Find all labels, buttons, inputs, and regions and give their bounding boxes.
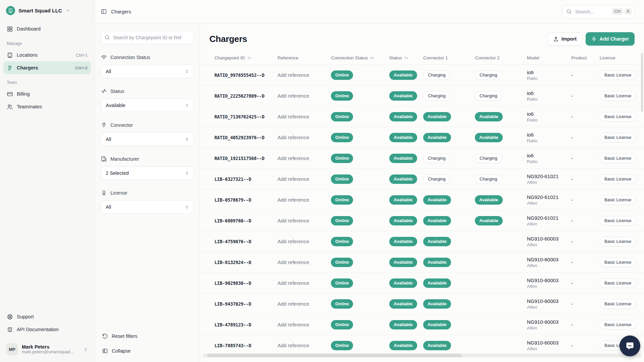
- status-badge: Available: [389, 195, 417, 205]
- table-row[interactable]: RATIO_4052923976--D Add reference Online…: [200, 127, 644, 148]
- global-search[interactable]: Ctrl K: [562, 5, 635, 18]
- table-row[interactable]: LIB-9029830--D Add reference Online Avai…: [200, 272, 644, 293]
- global-search-input[interactable]: [562, 5, 635, 18]
- product-cell: -: [571, 322, 600, 327]
- reset-filters-button[interactable]: Reset filters: [101, 330, 195, 343]
- table-row[interactable]: RATIO_1921517568--D Add reference Online…: [200, 148, 644, 168]
- table-row[interactable]: LIB-4789123--D Add reference Online Avai…: [200, 314, 644, 335]
- table-row[interactable]: RATIO_7136762425--D Add reference Online…: [200, 106, 644, 127]
- connector2-cell: Charging: [475, 174, 527, 184]
- table-row[interactable]: LIB-6809760--D Add reference Online Avai…: [200, 210, 644, 231]
- add-reference-link[interactable]: Add reference: [278, 135, 309, 140]
- connector2-cell: Available: [475, 112, 527, 121]
- breadcrumb: Chargers: [101, 8, 131, 15]
- award-icon: [101, 190, 107, 196]
- add-reference-link[interactable]: Add reference: [278, 218, 309, 223]
- book-open-icon: [7, 326, 13, 333]
- col-status[interactable]: Status: [389, 55, 423, 60]
- status-cell: Available: [389, 133, 423, 142]
- model-manufacturer: Ratio: [527, 117, 571, 122]
- add-reference-link[interactable]: Add reference: [278, 259, 309, 265]
- product-cell: -: [571, 343, 600, 348]
- chargepoint-id: LIB-8132924--D: [214, 260, 278, 265]
- filter-search[interactable]: [101, 31, 194, 44]
- table-row[interactable]: LIB-4759076--D Add reference Online Avai…: [200, 231, 644, 252]
- license-cell: Basic License: [600, 112, 644, 121]
- connection-status-badge: Online: [331, 154, 353, 163]
- add-reference-link[interactable]: Add reference: [278, 114, 309, 119]
- collapse-panel-button[interactable]: Collapse: [101, 345, 195, 357]
- panel-left-icon[interactable]: [101, 8, 107, 15]
- org-switcher[interactable]: Smart Squad LLC: [3, 3, 91, 18]
- add-reference-link[interactable]: Add reference: [278, 197, 309, 203]
- chargepoint-id: RATIO_9976555452--D: [214, 72, 278, 78]
- sidebar-item-chargers[interactable]: Chargers Ctrl+2: [3, 61, 91, 74]
- chargepoint-id: LIB-9029830--D: [214, 280, 278, 286]
- connector1-badge: Available: [423, 237, 451, 246]
- filter-group-license: License All: [101, 190, 194, 214]
- sidebar-item-teammates[interactable]: Teammates: [3, 100, 91, 113]
- connector1-cell: Charging: [423, 70, 475, 80]
- add-reference-link[interactable]: Add reference: [278, 301, 309, 307]
- sidebar-item-api-documentation[interactable]: API Documentation: [3, 323, 91, 336]
- sidebar-item-dashboard[interactable]: Dashboard: [3, 22, 91, 35]
- col-product: Product: [571, 55, 600, 60]
- model-name: NG910-60003: [527, 340, 571, 346]
- chargers-table: Chargepoint ID Reference Connection Stat…: [200, 51, 644, 362]
- connection-status-select[interactable]: All: [101, 65, 194, 78]
- filter-panel: Connection Status All Status: [95, 23, 200, 362]
- table-row[interactable]: LIB-7885743--D Add reference Online Avai…: [200, 335, 644, 356]
- panel-left-close-icon: [102, 348, 108, 354]
- status-select[interactable]: Available: [101, 99, 194, 112]
- chat-widget-button[interactable]: [620, 335, 640, 356]
- table-row[interactable]: LIB-6327321--D Add reference Online Avai…: [200, 168, 644, 189]
- add-charger-button[interactable]: Add Charger: [586, 32, 635, 46]
- add-reference-link[interactable]: Add reference: [278, 176, 309, 182]
- sidebar-item-support[interactable]: Support: [3, 310, 91, 323]
- col-chargepoint-id[interactable]: Chargepoint ID: [214, 55, 278, 60]
- connection-status-cell: Online: [331, 174, 389, 184]
- status-badge: Available: [389, 216, 417, 225]
- add-reference-link[interactable]: Add reference: [278, 343, 309, 348]
- add-reference-link[interactable]: Add reference: [278, 155, 309, 161]
- table-row[interactable]: LIB-0578679--D Add reference Online Avai…: [200, 189, 644, 210]
- status-badge: Available: [389, 341, 417, 350]
- add-reference-link[interactable]: Add reference: [278, 72, 309, 78]
- connector1-badge: Available: [423, 258, 451, 267]
- manufacturer-select[interactable]: 2 Selected: [101, 166, 194, 180]
- license-cell: Basic License: [600, 320, 644, 329]
- table-row[interactable]: RATIO_2225627809--D Add reference Online…: [200, 85, 644, 106]
- table-row[interactable]: LIB-9437029--D Add reference Online Avai…: [200, 293, 644, 314]
- sidebar-item-billing[interactable]: Billing: [3, 88, 91, 100]
- col-connection-status[interactable]: Connection Status: [331, 55, 389, 60]
- activity-icon: [101, 88, 107, 94]
- add-reference-link[interactable]: Add reference: [278, 239, 309, 244]
- filter-search-input[interactable]: [101, 31, 194, 44]
- add-reference-link[interactable]: Add reference: [278, 322, 309, 327]
- horizontal-scrollbar-thumb[interactable]: [207, 354, 462, 357]
- import-button[interactable]: Import: [547, 32, 582, 46]
- add-reference-link[interactable]: Add reference: [278, 280, 309, 286]
- chevron-down-icon: [65, 8, 70, 13]
- chargepoint-id: RATIO_4052923976--D: [214, 135, 278, 140]
- table-row[interactable]: LIB-8132924--D Add reference Online Avai…: [200, 252, 644, 272]
- user-menu[interactable]: MP Mark Peters mark.peters@smartsquad...: [3, 341, 91, 358]
- chargepoint-id: LIB-0578679--D: [214, 197, 278, 203]
- filter-label: Manufacturer: [110, 156, 139, 162]
- status-cell: Available: [389, 258, 423, 267]
- chargepoint-id: LIB-6809760--D: [214, 218, 278, 223]
- add-reference-link[interactable]: Add reference: [278, 93, 309, 99]
- filter-label: License: [110, 190, 127, 196]
- vertical-scrollbar[interactable]: [641, 53, 643, 112]
- connector-select[interactable]: All: [101, 133, 194, 146]
- filter-group-manufacturer: Manufacturer 2 Selected: [101, 156, 194, 180]
- connector2-cell: Charging: [475, 91, 527, 101]
- chevrons-up-down-icon: [185, 205, 189, 209]
- license-select[interactable]: All: [101, 200, 194, 214]
- sidebar-item-label: Teammates: [17, 104, 42, 109]
- horizontal-scrollbar[interactable]: [203, 354, 641, 357]
- product-cell: -: [571, 72, 600, 78]
- table-row[interactable]: RATIO_9976555452--D Add reference Online…: [200, 64, 644, 85]
- building-logo-icon: [6, 6, 15, 15]
- sidebar-item-locations[interactable]: Locations Ctrl+1: [3, 49, 91, 61]
